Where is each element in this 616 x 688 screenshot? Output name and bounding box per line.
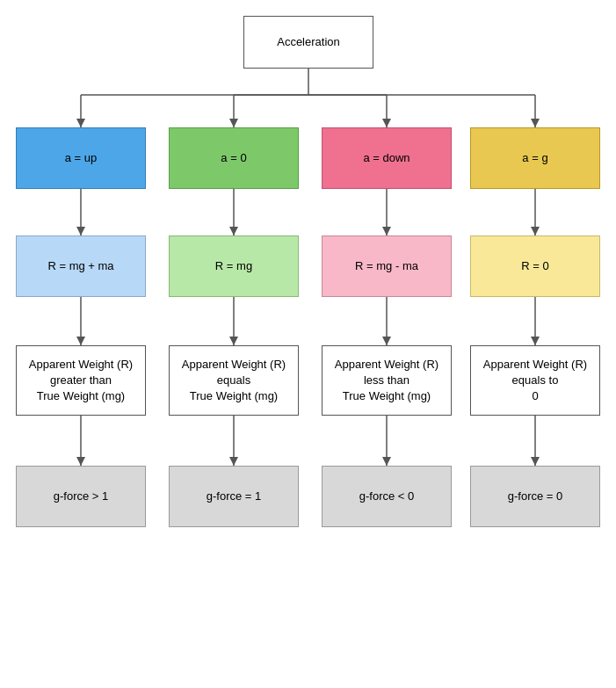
node-col4-row1: a = g (470, 127, 600, 189)
node-col1-row3: Apparent Weight (R) greater than True We… (16, 345, 146, 416)
svg-marker-20 (531, 227, 540, 235)
svg-marker-6 (229, 119, 238, 127)
svg-marker-22 (76, 337, 85, 345)
node-col2-row3: Apparent Weight (R) equals True Weight (… (169, 345, 299, 416)
node-col2-row2: R = mg (169, 235, 299, 297)
svg-marker-16 (229, 227, 238, 235)
svg-marker-36 (531, 457, 540, 466)
svg-marker-18 (382, 227, 391, 235)
svg-marker-28 (531, 337, 540, 345)
node-col2-row4: g-force = 1 (169, 466, 299, 527)
svg-marker-3 (76, 119, 85, 127)
node-col3-row1: a = down (322, 127, 452, 189)
svg-marker-12 (531, 119, 540, 127)
node-col1-row4: g-force > 1 (16, 466, 146, 527)
svg-marker-24 (229, 337, 238, 345)
node-col4-row4: g-force = 0 (470, 466, 600, 527)
node-col2-row1: a = 0 (169, 127, 299, 189)
diagram: Acceleration a = up a = 0 a = down a = g… (0, 0, 616, 688)
node-col1-row2: R = mg + ma (16, 235, 146, 297)
arrows-svg (0, 0, 616, 688)
svg-marker-32 (229, 457, 238, 466)
node-col1-row1: a = up (16, 127, 146, 189)
svg-marker-30 (76, 457, 85, 466)
node-col4-row3: Apparent Weight (R) equals to 0 (470, 345, 600, 416)
node-col3-row2: R = mg - ma (322, 235, 452, 297)
node-col4-row2: R = 0 (470, 235, 600, 297)
node-col3-row4: g-force < 0 (322, 466, 452, 527)
node-root: Acceleration (243, 16, 373, 69)
svg-marker-34 (382, 457, 391, 466)
svg-marker-14 (76, 227, 85, 235)
node-col3-row3: Apparent Weight (R) less than True Weigh… (322, 345, 452, 416)
svg-marker-26 (382, 337, 391, 345)
svg-marker-9 (382, 119, 391, 127)
